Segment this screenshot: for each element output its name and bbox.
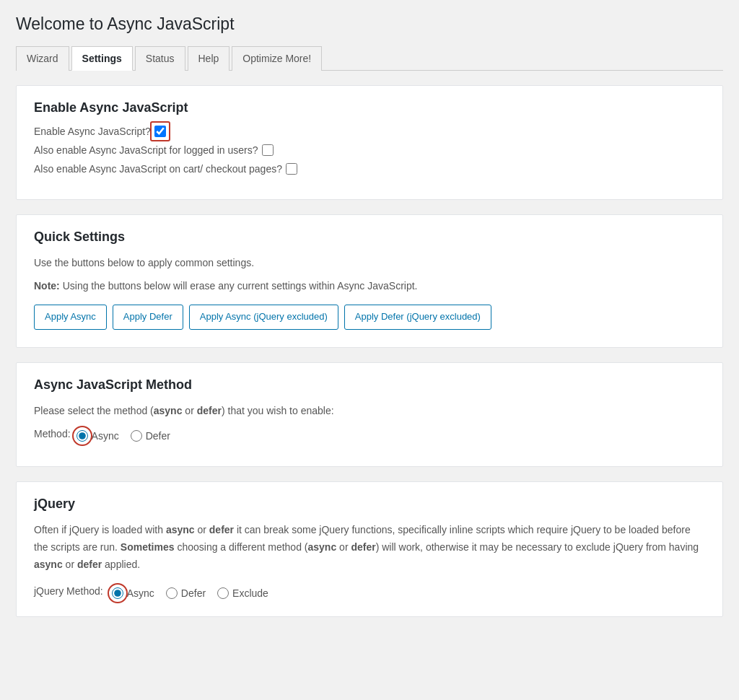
quick-settings-note: Note: Using the buttons below will erase… <box>34 278 705 294</box>
page-title: Welcome to Async JavaScript <box>16 14 723 34</box>
enable-logged-users-row: Also enable Async JavaScript for logged … <box>34 144 705 156</box>
desc-defer: defer <box>197 405 222 416</box>
note-prefix: Note: <box>34 280 60 292</box>
jquery-desc-async1: async <box>166 524 195 535</box>
tab-settings[interactable]: Settings <box>71 46 133 71</box>
tab-optimize[interactable]: Optimize More! <box>232 46 322 71</box>
jquery-method-row: jQuery Method: Async Defer Exclude <box>34 583 705 599</box>
enable-logged-users-label[interactable]: Also enable Async JavaScript for logged … <box>34 144 274 156</box>
jquery-desc-defer2: defer <box>351 541 375 553</box>
jquery-defer-label: Defer <box>181 587 206 599</box>
jquery-defer-option[interactable]: Defer <box>166 587 206 599</box>
jquery-async-radio[interactable] <box>112 587 123 599</box>
enable-cart-checkbox[interactable] <box>286 163 297 175</box>
jquery-exclude-radio[interactable] <box>217 587 229 599</box>
desc-mid: or <box>182 405 196 416</box>
async-method-description: Please select the method (async or defer… <box>34 403 705 419</box>
jquery-description: Often if jQuery is loaded with async or … <box>34 522 705 573</box>
desc-suffix: ) that you wish to enable: <box>222 405 334 416</box>
quick-settings-title: Quick Settings <box>34 229 705 245</box>
enable-async-checkbox[interactable] <box>154 126 166 137</box>
async-method-section: Async JavaScript Method Please select th… <box>16 362 723 467</box>
enable-cart-text: Also enable Async JavaScript on cart/ ch… <box>34 163 282 175</box>
enable-async-checkbox-wrapper <box>154 126 166 137</box>
method-async-radio[interactable] <box>76 430 88 442</box>
jquery-method-label: jQuery Method: <box>34 585 103 597</box>
async-method-title: Async JavaScript Method <box>34 377 705 393</box>
desc-async: async <box>154 405 183 416</box>
desc-prefix: Please select the method ( <box>34 405 154 416</box>
tab-help[interactable]: Help <box>188 46 230 71</box>
method-radio-group: Async Defer <box>76 430 170 442</box>
method-async-radio-wrapper <box>76 430 88 442</box>
enable-async-text: Enable Async JavaScript? <box>34 126 151 137</box>
method-async-option[interactable]: Async <box>76 430 119 442</box>
jquery-desc-sometimes: Sometimes <box>121 541 175 553</box>
method-defer-label: Defer <box>146 430 170 442</box>
enable-cart-label[interactable]: Also enable Async JavaScript on cart/ ch… <box>34 163 297 175</box>
method-defer-option[interactable]: Defer <box>131 430 170 442</box>
jquery-defer-radio[interactable] <box>166 587 178 599</box>
jquery-async-radio-wrapper <box>112 587 123 599</box>
jquery-desc-async3: async <box>34 559 63 570</box>
method-row: Method: Async Defer <box>34 426 705 442</box>
tab-wizard[interactable]: Wizard <box>16 46 69 71</box>
jquery-async-label: Async <box>127 587 154 599</box>
enable-async-title: Enable Async JavaScript <box>34 100 705 115</box>
tab-status[interactable]: Status <box>135 46 185 71</box>
quick-settings-buttons: Apply Async Apply Defer Apply Async (jQu… <box>34 305 705 330</box>
page-wrapper: Welcome to Async JavaScript Wizard Setti… <box>16 14 723 617</box>
apply-defer-button[interactable]: Apply Defer <box>113 305 183 330</box>
jquery-exclude-label: Exclude <box>232 587 268 599</box>
quick-settings-section: Quick Settings Use the buttons below to … <box>16 214 723 348</box>
tabs-navigation: Wizard Settings Status Help Optimize Mor… <box>16 45 723 71</box>
apply-defer-jquery-button[interactable]: Apply Defer (jQuery excluded) <box>344 305 491 330</box>
jquery-desc-defer3: defer <box>77 559 102 570</box>
enable-async-row: Enable Async JavaScript? <box>34 126 705 137</box>
method-defer-radio[interactable] <box>131 430 142 442</box>
enable-async-label[interactable]: Enable Async JavaScript? <box>34 126 166 137</box>
jquery-radio-group: Async Defer Exclude <box>112 587 268 599</box>
enable-logged-users-text: Also enable Async JavaScript for logged … <box>34 144 258 156</box>
enable-logged-users-checkbox[interactable] <box>262 144 274 156</box>
apply-async-button[interactable]: Apply Async <box>34 305 107 330</box>
quick-settings-description: Use the buttons below to apply common se… <box>34 255 705 271</box>
note-content: Using the buttons below will erase any c… <box>63 280 418 292</box>
jquery-desc-async2: async <box>308 541 337 553</box>
method-async-label: Async <box>92 430 119 442</box>
enable-async-section: Enable Async JavaScript Enable Async Jav… <box>16 85 723 200</box>
enable-cart-row: Also enable Async JavaScript on cart/ ch… <box>34 163 705 175</box>
jquery-desc-defer1: defer <box>209 524 234 535</box>
apply-async-jquery-button[interactable]: Apply Async (jQuery excluded) <box>189 305 338 330</box>
jquery-section: jQuery Often if jQuery is loaded with as… <box>16 481 723 617</box>
jquery-exclude-option[interactable]: Exclude <box>217 587 268 599</box>
jquery-async-option[interactable]: Async <box>112 587 154 599</box>
jquery-title: jQuery <box>34 496 705 512</box>
method-label: Method: <box>34 428 71 439</box>
